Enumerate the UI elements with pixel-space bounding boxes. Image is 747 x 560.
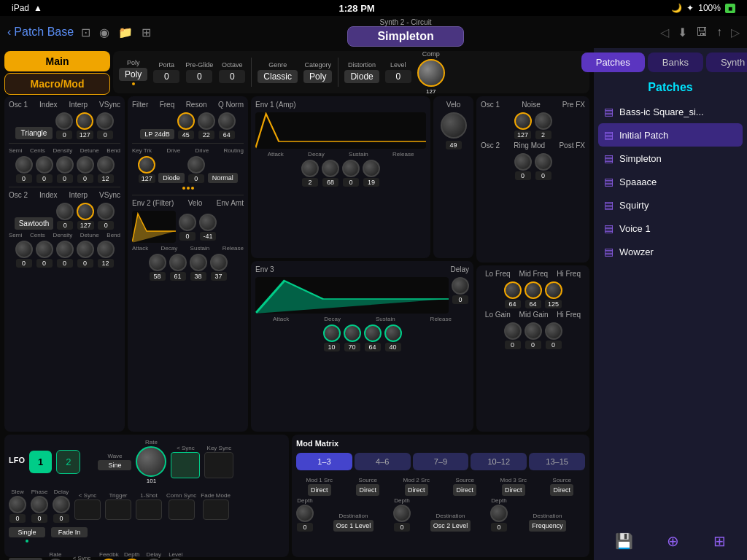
env3-release-knob[interactable]: [384, 324, 402, 342]
download-icon[interactable]: ⬇: [678, 26, 687, 39]
mod2-source-val[interactable]: Direct: [453, 484, 476, 496]
comp-knob[interactable]: [417, 59, 445, 87]
main-tab[interactable]: Main: [4, 51, 110, 71]
level-value[interactable]: 0: [385, 70, 411, 83]
osc2-detune-knob[interactable]: [77, 241, 94, 258]
patch-item-0[interactable]: ▤ Bass-ic Square_si...: [598, 100, 743, 123]
filter-keytrk-knob[interactable]: [138, 156, 155, 174]
arrow-right-icon[interactable]: ▷: [731, 26, 740, 39]
osc1r-prefx-knob[interactable]: [535, 112, 552, 130]
patch-item-1[interactable]: ▤ Initial Patch: [598, 123, 743, 147]
osc2-vsync-knob[interactable]: [97, 203, 115, 220]
mod-tab-4[interactable]: 13–15: [529, 453, 585, 470]
lfo-btn2[interactable]: 2: [56, 450, 80, 474]
osc2-index-knob[interactable]: [56, 203, 74, 220]
folder-icon[interactable]: ⊡: [81, 26, 90, 39]
lfo-phase-knob[interactable]: [31, 496, 48, 513]
filter-drive2-knob[interactable]: [187, 156, 205, 174]
osc1-vsync-knob[interactable]: [96, 112, 114, 130]
osc2r-ringmod-knob[interactable]: [514, 153, 532, 171]
osc1-cents-knob[interactable]: [36, 156, 53, 174]
filter-type[interactable]: LP 24dB: [140, 129, 174, 139]
filter-freq-knob[interactable]: [177, 112, 195, 130]
osc1-wave[interactable]: Triangle: [15, 127, 53, 139]
eq-hifreq-knob[interactable]: [545, 281, 562, 299]
env1-release-knob[interactable]: [363, 160, 380, 177]
osc2-semi-knob[interactable]: [15, 241, 33, 258]
lfo-single-val[interactable]: Single: [9, 527, 45, 537]
env1-attack-knob[interactable]: [301, 160, 319, 177]
env3-decay-knob[interactable]: [344, 324, 361, 342]
copy-icon[interactable]: ⊞: [142, 26, 151, 39]
patches-tab[interactable]: Patches: [581, 52, 645, 72]
env2-envamt-knob[interactable]: [199, 214, 217, 231]
back-button[interactable]: ‹ Patch Base: [7, 26, 74, 39]
lfo-keysync-display[interactable]: [204, 452, 233, 478]
mod-tab-2[interactable]: 7–9: [413, 453, 469, 470]
patch-item-6[interactable]: ▤ Wowzer: [598, 240, 743, 263]
lfo-syncsub-display[interactable]: [74, 499, 101, 520]
env1-decay-knob[interactable]: [322, 160, 339, 177]
category-value[interactable]: Poly: [303, 70, 332, 83]
mod3-src-val[interactable]: Direct: [502, 484, 525, 496]
mod3-depth-knob[interactable]: [490, 505, 508, 522]
mod2-dest-val[interactable]: Osc 2 Level: [430, 520, 471, 532]
env2-sustain-knob[interactable]: [190, 254, 207, 271]
lfo-wave-val[interactable]: Sine: [98, 460, 131, 470]
mod-tab-3[interactable]: 10–12: [471, 453, 527, 470]
save-icon[interactable]: 🖫: [696, 26, 708, 39]
osc1r-noise-knob[interactable]: [514, 112, 532, 130]
osc1-index-knob[interactable]: [55, 112, 73, 130]
mod2-src-val[interactable]: Direct: [405, 484, 428, 496]
face-icon[interactable]: ◉: [99, 26, 109, 39]
env3-sustain-knob[interactable]: [364, 324, 382, 342]
lfo-rate-knob[interactable]: [136, 446, 166, 477]
env2-decay-knob[interactable]: [169, 254, 187, 271]
osc2r-postfx-knob[interactable]: [535, 153, 552, 171]
synth-tab[interactable]: Synth: [706, 52, 747, 72]
filter-routing-val[interactable]: Normal: [208, 173, 238, 183]
lfo-slew-knob[interactable]: [9, 496, 26, 513]
add-patch-icon[interactable]: ⊕: [667, 532, 679, 550]
env2-attack-knob[interactable]: [149, 254, 166, 271]
mod1-depth-knob[interactable]: [296, 505, 314, 522]
mod1-dest-val[interactable]: Osc 1 Level: [333, 520, 374, 532]
porta-value[interactable]: 0: [153, 70, 179, 83]
osc1-density-knob[interactable]: [56, 156, 74, 174]
osc2-wave[interactable]: Sawtooth: [15, 217, 54, 230]
osc2-interp-knob[interactable]: [77, 203, 94, 220]
upload-icon[interactable]: 📁: [118, 26, 133, 39]
filter-drive-val[interactable]: Diode: [158, 173, 185, 183]
lfo-comnsync-display[interactable]: [169, 499, 195, 520]
lfo-btn1[interactable]: 1: [29, 451, 52, 473]
mod2-depth-knob[interactable]: [393, 505, 411, 522]
eq-lofreq-knob[interactable]: [504, 281, 522, 299]
env3-attack-knob[interactable]: [323, 324, 341, 342]
eq-midgain-knob[interactable]: [525, 322, 542, 340]
genre-value[interactable]: Classic: [258, 70, 298, 83]
save-patch-icon[interactable]: 💾: [615, 532, 633, 550]
osc1-detune-knob[interactable]: [77, 156, 94, 174]
mod-tab-1[interactable]: 4–6: [355, 453, 411, 470]
preglide-value[interactable]: 0: [186, 70, 212, 83]
filter-reson-knob[interactable]: [198, 112, 215, 130]
octave-value[interactable]: 0: [219, 70, 245, 83]
mod-tab-0[interactable]: 1–3: [296, 453, 352, 470]
lfo-fademode-display[interactable]: [203, 499, 229, 520]
eq-higain-knob[interactable]: [545, 322, 562, 340]
distortion-value[interactable]: Diode: [344, 70, 379, 83]
arrow-left-icon[interactable]: ◁: [660, 26, 669, 39]
patch-item-5[interactable]: ▤ Voice 1: [598, 217, 743, 240]
osc1-bend-knob[interactable]: [97, 156, 115, 174]
macro-tab[interactable]: Macro/Mod: [4, 73, 110, 95]
osc1-semi-knob[interactable]: [15, 156, 33, 174]
patch-item-3[interactable]: ▤ Spaaace: [598, 170, 743, 193]
env1-sustain-knob[interactable]: [342, 160, 360, 177]
filter-qnorm-knob[interactable]: [218, 112, 236, 130]
osc1-interp-knob[interactable]: [76, 112, 93, 130]
patch-item-4[interactable]: ▤ Squirty: [598, 193, 743, 217]
share-icon[interactable]: ↑: [716, 26, 722, 39]
mod3-dest-val[interactable]: Frequency: [529, 520, 566, 532]
mod3-source-val[interactable]: Direct: [550, 484, 573, 496]
lfo-trigger-display[interactable]: [105, 499, 131, 520]
